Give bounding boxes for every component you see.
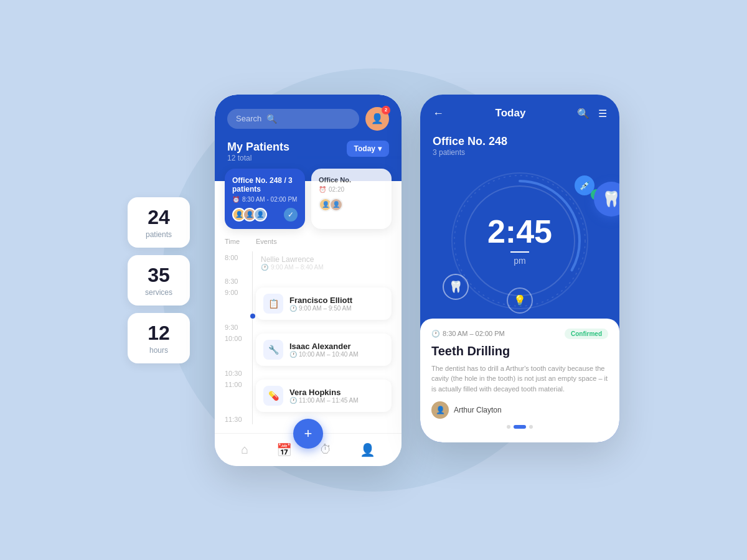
event-name-isaac: Isaac Alexander <box>289 342 359 351</box>
search-header-icon[interactable]: 🔍 <box>577 108 590 119</box>
appointment-card-2[interactable]: Office No. ⏰ 02:20 👤 👤 <box>311 169 392 229</box>
phone-left: Search 🔍 👤 2 My Patients 12 total Today <box>215 95 402 466</box>
stat-card-hours: 12 hours <box>128 313 190 363</box>
dot-1 <box>507 425 510 429</box>
time-label-1000: 10:00 <box>225 332 256 342</box>
time-label-830: 8:30 <box>225 275 256 285</box>
patients-header: My Patients 12 total Today ▾ <box>227 141 389 162</box>
timeline-dot <box>250 314 255 319</box>
user-avatar-badge[interactable]: 👤 2 <box>365 107 389 131</box>
detail-time-row: 🕐 8:30 AM – 02:00 PM Confirmed <box>431 329 608 339</box>
stat-label-services: services <box>141 288 176 297</box>
nav-calendar-icon[interactable]: 📅 <box>276 442 292 457</box>
time-column-header: Time <box>225 238 256 245</box>
stat-number-hours: 12 <box>141 322 176 345</box>
event-info-vera: Vera Hopkins 🕐11:00 AM – 11:45 AM <box>289 388 359 404</box>
detail-card: 🕐 8:30 AM – 02:00 PM Confirmed Teeth Dri… <box>420 319 619 443</box>
patients-info: My Patients 12 total <box>227 141 289 162</box>
appt-time-2: ⏰ 02:20 <box>319 186 384 193</box>
search-row: Search 🔍 👤 2 <box>227 107 389 131</box>
fab-add-button[interactable]: + <box>293 419 323 449</box>
patient-name: Arthur Clayton <box>454 406 502 414</box>
office-subtitle: 3 patients <box>433 148 607 157</box>
dots-indicator <box>431 419 608 432</box>
clock-period: pm <box>514 256 525 266</box>
stat-label-hours: hours <box>141 346 176 355</box>
time-label-800: 8:00 <box>225 251 256 261</box>
tooth-button[interactable]: 🦷 <box>443 274 469 300</box>
event-placeholder-800: Nellie Lawrence 🕐9:00 AM – 8:40 AM <box>256 251 392 274</box>
faded-event-name: Nellie Lawrence <box>261 255 387 264</box>
time-label-930: 9:30 <box>225 321 256 331</box>
appt-office-1: Office No. 248 / 3 patients <box>232 176 298 194</box>
appt-office-2: Office No. <box>319 176 384 184</box>
time-label-1130: 11:30 <box>225 413 256 423</box>
schedule-row-800: 8:00 Nellie Lawrence 🕐9:00 AM – 8:40 AM <box>215 251 402 275</box>
back-button[interactable]: ← <box>433 107 444 120</box>
main-container: 24 patients 35 services 12 hours Search … <box>128 95 619 466</box>
clock-time-number: 2:45 <box>487 215 552 248</box>
chevron-down-icon: ▾ <box>378 144 382 153</box>
detail-patient-row: 👤 Arthur Clayton <box>431 401 608 419</box>
detail-title: Teeth Drilling <box>431 344 608 358</box>
event-info-francisco: Francisco Elliott 🕐9:00 AM – 9:50 AM <box>289 296 352 312</box>
appt-time-1: ⏰ 8:30 AM - 02:00 PM <box>232 196 298 203</box>
event-icon-francisco: 📋 <box>263 294 283 314</box>
event-card-vera[interactable]: 💊 Vera Hopkins 🕐11:00 AM – 11:45 AM <box>256 380 392 412</box>
nav-profile-icon[interactable]: 👤 <box>360 442 375 457</box>
implant-button[interactable]: 💡 <box>507 287 533 314</box>
header-icons: 🔍 ☰ <box>577 108 607 119</box>
office-info: Office No. 248 3 patients <box>420 130 619 157</box>
schedule-header: Time Events <box>215 238 402 245</box>
bottom-navigation: ⌂ 📅 + ⏱ 👤 <box>215 433 402 466</box>
right-phone-header: ← Today 🔍 ☰ <box>420 95 619 130</box>
time-label-1100: 11:00 <box>225 378 256 388</box>
schedule-row-1100: 11:00 💊 Vera Hopkins 🕐11:00 AM – 11:45 A… <box>215 378 402 413</box>
event-card-isaac[interactable]: 🔧 Isaac Alexander 🕐10:00 AM – 10:40 AM <box>256 334 392 366</box>
avatar-stack-2: 👤 👤 <box>319 198 343 212</box>
dot-3 <box>529 425 533 429</box>
office-title: Office No. 248 <box>433 135 607 148</box>
faded-event-time: 🕐9:00 AM – 8:40 AM <box>261 264 387 271</box>
menu-header-icon[interactable]: ☰ <box>598 108 607 119</box>
patient-avatar: 👤 <box>431 401 449 419</box>
stat-number-services: 35 <box>141 264 176 287</box>
event-icon-vera: 💊 <box>263 386 283 406</box>
phone-right: 🦷 ← Today 🔍 ☰ Office No. 248 3 patients <box>420 95 619 443</box>
schedule-row-930: 9:30 <box>215 321 402 332</box>
appointment-cards-row: Office No. 248 / 3 patients ⏰ 8:30 AM - … <box>215 169 402 229</box>
right-phone-title: Today <box>496 107 526 119</box>
event-time-francisco: 🕐9:00 AM – 9:50 AM <box>289 305 352 312</box>
event-info-isaac: Isaac Alexander 🕐10:00 AM – 10:40 AM <box>289 342 359 358</box>
event-name-vera: Vera Hopkins <box>289 388 359 397</box>
detail-time: 🕐 8:30 AM – 02:00 PM <box>431 330 505 338</box>
search-icon[interactable]: 🔍 <box>266 114 277 124</box>
notification-badge: 2 <box>382 106 390 114</box>
schedule-row-1030: 10:30 <box>215 367 402 378</box>
schedule-row-900: 9:00 📋 Francisco Elliott 🕐9:00 AM – 9:50… <box>215 286 402 321</box>
schedule-row-1000: 10:00 🔧 Isaac Alexander 🕐10:00 AM – 10:4… <box>215 332 402 367</box>
today-button[interactable]: Today ▾ <box>347 141 389 157</box>
nav-clock-icon[interactable]: ⏱ <box>319 442 332 457</box>
search-bar[interactable]: Search 🔍 <box>227 109 359 129</box>
dot-active <box>514 425 526 429</box>
check-circle-icon: ✓ <box>284 208 298 222</box>
stats-cards: 24 patients 35 services 12 hours <box>128 197 190 363</box>
phones-container: Search 🔍 👤 2 My Patients 12 total Today <box>215 95 619 466</box>
stat-number-patients: 24 <box>141 206 176 229</box>
event-card-francisco[interactable]: 📋 Francisco Elliott 🕐9:00 AM – 9:50 AM <box>256 287 392 320</box>
mini-avatar-5: 👤 <box>329 198 343 212</box>
clock-dash <box>510 251 529 253</box>
nav-home-icon[interactable]: ⌂ <box>241 442 248 457</box>
schedule-rows: 8:00 Nellie Lawrence 🕐9:00 AM – 8:40 AM … <box>215 251 402 424</box>
stat-card-patients: 24 patients <box>128 197 190 248</box>
confirmed-badge: Confirmed <box>565 329 608 339</box>
time-label-1030: 10:30 <box>225 367 256 377</box>
appointment-card-1[interactable]: Office No. 248 / 3 patients ⏰ 8:30 AM - … <box>225 169 305 229</box>
search-placeholder-text: Search <box>236 114 261 123</box>
schedule-area: Time Events 8:00 Nellie Lawrence 🕐9:00 A… <box>215 229 402 433</box>
clock-time-display: 2:45 pm <box>487 215 552 266</box>
patients-title: My Patients <box>227 141 289 154</box>
event-name-francisco: Francisco Elliott <box>289 296 352 305</box>
clock-area: 2:45 pm 🦷 💡 💉 ✓ <box>420 157 619 319</box>
